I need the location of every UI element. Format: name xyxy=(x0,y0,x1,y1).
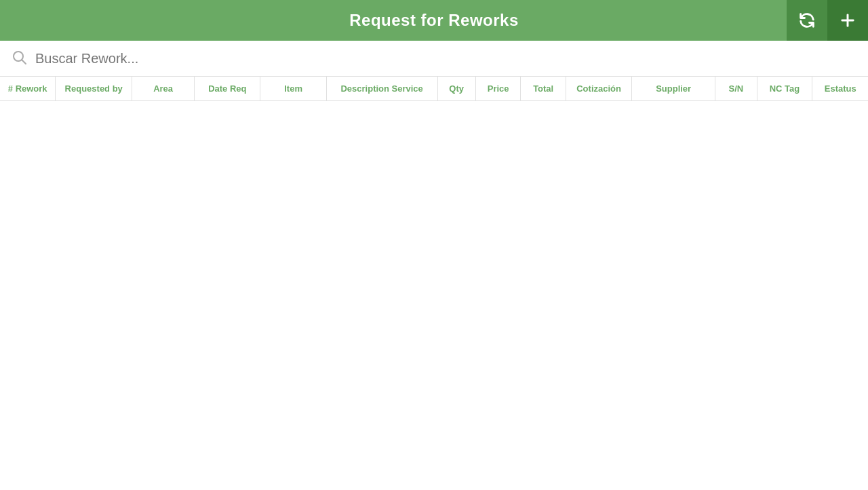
svg-line-3 xyxy=(22,60,26,64)
add-button[interactable] xyxy=(827,0,868,41)
reworks-table: # Rework Requested by Area Date Req Item… xyxy=(0,77,868,101)
col-header-item[interactable]: Item xyxy=(260,77,326,101)
search-icon xyxy=(11,49,27,68)
app-header: Request for Reworks xyxy=(0,0,868,41)
col-header-nc-tag[interactable]: NC Tag xyxy=(757,77,812,101)
col-header-sn[interactable]: S/N xyxy=(715,77,757,101)
col-header-total[interactable]: Total xyxy=(521,77,566,101)
plus-icon xyxy=(838,11,857,30)
col-header-price[interactable]: Price xyxy=(475,77,521,101)
col-header-requested-by[interactable]: Requested by xyxy=(56,77,132,101)
header-actions xyxy=(787,0,868,41)
refresh-button[interactable] xyxy=(787,0,827,41)
col-header-date-req[interactable]: Date Req xyxy=(195,77,260,101)
col-header-cotizacion[interactable]: Cotización xyxy=(566,77,631,101)
col-header-qty[interactable]: Qty xyxy=(437,77,475,101)
search-input[interactable] xyxy=(35,51,857,67)
col-header-desc-service[interactable]: Description Service xyxy=(326,77,437,101)
refresh-icon xyxy=(797,11,816,30)
col-header-estatus[interactable]: Estatus xyxy=(812,77,868,101)
search-bar xyxy=(0,41,868,77)
page-title: Request for Reworks xyxy=(349,11,519,30)
table-container: # Rework Requested by Area Date Req Item… xyxy=(0,77,868,101)
col-header-supplier[interactable]: Supplier xyxy=(632,77,715,101)
col-header-rework[interactable]: # Rework xyxy=(0,77,56,101)
table-header-row: # Rework Requested by Area Date Req Item… xyxy=(0,77,868,101)
col-header-area[interactable]: Area xyxy=(132,77,195,101)
